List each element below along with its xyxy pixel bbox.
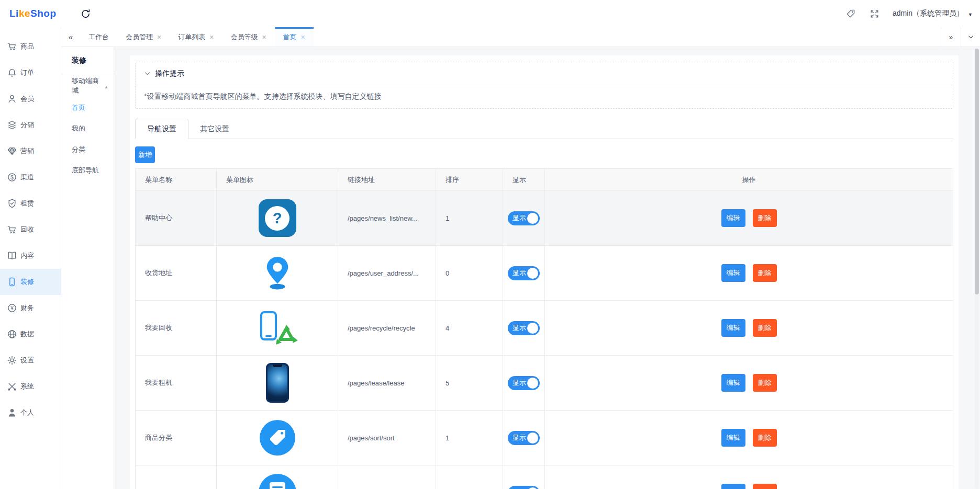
tips-panel: 操作提示 *设置移动端商城首页导航区的菜单。支持选择系统模块、填写自定义链接 xyxy=(135,62,953,109)
table-row: 我要租机 /pages/lease/lease 5 显示 xyxy=(136,356,953,411)
submenu-group-mobile-mall[interactable]: 移动端商城 xyxy=(61,74,114,97)
page-tab-workbench[interactable]: 工作台 xyxy=(80,27,117,47)
tab-nav-settings[interactable]: 导航设置 xyxy=(135,119,188,139)
sidebar-item-rental[interactable]: 租赁 xyxy=(0,190,61,217)
sidebar-item-label: 回收 xyxy=(20,225,34,234)
visible-toggle[interactable]: 显示 xyxy=(508,486,540,489)
sidebar-item-members[interactable]: 会员 xyxy=(0,86,61,112)
edit-button[interactable]: 编辑 xyxy=(721,209,745,227)
tools-icon xyxy=(7,381,17,392)
menu-link: /pages/news_list/new... xyxy=(338,191,436,246)
tips-header[interactable]: 操作提示 xyxy=(136,62,953,85)
edit-button[interactable]: 编辑 xyxy=(721,264,745,282)
menu-name: 我要租机 xyxy=(136,356,217,411)
sidebar-item-goods[interactable]: 商品 xyxy=(0,33,61,60)
sidebar-item-recycle[interactable]: 回收 xyxy=(0,217,61,243)
sidebar-item-data[interactable]: 数据 xyxy=(0,321,61,347)
page-tab-home[interactable]: 首页 xyxy=(275,27,314,47)
refresh-icon[interactable] xyxy=(79,7,92,20)
collapse-tabs-icon[interactable] xyxy=(61,27,80,47)
page-tab-label: 会员管理 xyxy=(126,32,153,42)
delete-button[interactable]: 删除 xyxy=(753,264,777,282)
sidebar-item-settings[interactable]: 设置 xyxy=(0,347,61,373)
nav-menu-table: 菜单名称 菜单图标 链接地址 排序 显示 操作 帮助中心 xyxy=(135,168,953,489)
sidebar-item-system[interactable]: 系统 xyxy=(0,373,61,400)
app-frame: 商品 订单 会员 分销 营销 渠道 租赁 xyxy=(0,27,980,489)
document-list-icon xyxy=(259,474,296,489)
sidebar-item-distribution[interactable]: 分销 xyxy=(0,112,61,138)
location-pin-icon xyxy=(262,255,293,291)
col-menu-icon: 菜单图标 xyxy=(217,169,338,191)
visible-toggle[interactable]: 显示 xyxy=(508,431,540,445)
table-row: 租机流程 /pages/news_list/new... 1 显示 xyxy=(136,465,953,489)
tag-icon[interactable] xyxy=(844,7,857,20)
shield-check-icon xyxy=(7,198,17,209)
sidebar-item-decoration[interactable]: 装修 xyxy=(0,269,61,295)
visible-toggle[interactable]: 显示 xyxy=(508,321,540,335)
sidebar-item-profile[interactable]: 个人 xyxy=(0,400,61,426)
visible-toggle[interactable]: 显示 xyxy=(508,266,540,280)
close-icon[interactable] xyxy=(157,33,161,41)
sidebar-item-channels[interactable]: 渠道 xyxy=(0,164,61,190)
col-sort: 排序 xyxy=(436,169,503,191)
col-menu-name: 菜单名称 xyxy=(136,169,217,191)
edit-button[interactable]: 编辑 xyxy=(721,429,745,447)
delete-button[interactable]: 删除 xyxy=(753,429,777,447)
delete-button[interactable]: 删除 xyxy=(753,374,777,392)
delete-button[interactable]: 删除 xyxy=(753,484,777,489)
sidebar-item-label: 财务 xyxy=(20,303,34,313)
tab-other-settings[interactable]: 其它设置 xyxy=(188,119,241,139)
delete-button[interactable]: 删除 xyxy=(753,209,777,227)
admin-menu[interactable]: admin（系统管理员） xyxy=(893,9,973,18)
close-icon[interactable] xyxy=(262,33,266,41)
menu-sort: 0 xyxy=(436,246,503,301)
page-tab-member-manage[interactable]: 会员管理 xyxy=(117,27,170,47)
edit-button[interactable]: 编辑 xyxy=(721,484,745,489)
scroll-tabs-right-icon[interactable] xyxy=(941,27,961,47)
submenu-item-category[interactable]: 分类 xyxy=(61,139,114,160)
topbar-right: admin（系统管理员） xyxy=(844,0,973,27)
book-icon xyxy=(7,251,17,261)
sidebar-item-finance[interactable]: 财务 xyxy=(0,295,61,321)
submenu-item-home[interactable]: 首页 xyxy=(61,97,114,118)
sidebar-item-content[interactable]: 内容 xyxy=(0,243,61,269)
tabs-menu-icon[interactable] xyxy=(961,27,980,47)
page-tab-label: 订单列表 xyxy=(178,32,205,42)
visible-toggle[interactable]: 显示 xyxy=(508,211,540,225)
tips-title: 操作提示 xyxy=(155,69,184,78)
submenu-item-bottom-nav[interactable]: 底部导航 xyxy=(61,160,114,181)
table-row: 帮助中心 /pages/news_list/new... 1 显示 xyxy=(136,191,953,246)
submenu-item-mine[interactable]: 我的 xyxy=(61,118,114,139)
menu-link: /pages/user_address/... xyxy=(338,246,436,301)
edit-button[interactable]: 编辑 xyxy=(721,319,745,337)
delete-button[interactable]: 删除 xyxy=(753,319,777,337)
person-icon xyxy=(7,407,17,418)
page-tab-order-list[interactable]: 订单列表 xyxy=(170,27,222,47)
dollar-circle-icon xyxy=(7,172,17,183)
page-tab-member-level[interactable]: 会员等级 xyxy=(222,27,274,47)
sidebar-item-marketing[interactable]: 营销 xyxy=(0,138,61,164)
menu-name: 我要回收 xyxy=(136,301,217,356)
visible-toggle[interactable]: 显示 xyxy=(508,376,540,390)
close-icon[interactable] xyxy=(209,33,214,41)
fullscreen-icon[interactable] xyxy=(868,7,881,20)
scrollbar-thumb[interactable] xyxy=(975,49,979,294)
globe-icon xyxy=(7,329,17,339)
menu-name: 商品分类 xyxy=(136,411,217,465)
chevron-up-icon xyxy=(104,82,108,90)
app-logo: LikeShop xyxy=(0,8,61,19)
close-icon[interactable] xyxy=(301,33,305,41)
decoration-submenu: 装修 移动端商城 首页 我的 分类 底部导航 xyxy=(61,47,114,489)
sidebar-item-orders[interactable]: 订单 xyxy=(0,60,61,86)
add-button[interactable]: 新增 xyxy=(135,146,155,163)
page-tab-label: 首页 xyxy=(283,32,297,42)
menu-link: /pages/news_list/new... xyxy=(338,465,436,489)
table-row: 我要回收 xyxy=(136,301,953,356)
edit-button[interactable]: 编辑 xyxy=(721,374,745,392)
logo-part: ke xyxy=(19,8,30,19)
menu-name: 租机流程 xyxy=(136,465,217,489)
vertical-scrollbar[interactable] xyxy=(975,47,979,489)
table-row: 收货地址 /pages/user_address/... 0 xyxy=(136,246,953,301)
main-sidebar: 商品 订单 会员 分销 营销 渠道 租赁 xyxy=(0,27,61,489)
sidebar-item-label: 装修 xyxy=(20,277,34,287)
